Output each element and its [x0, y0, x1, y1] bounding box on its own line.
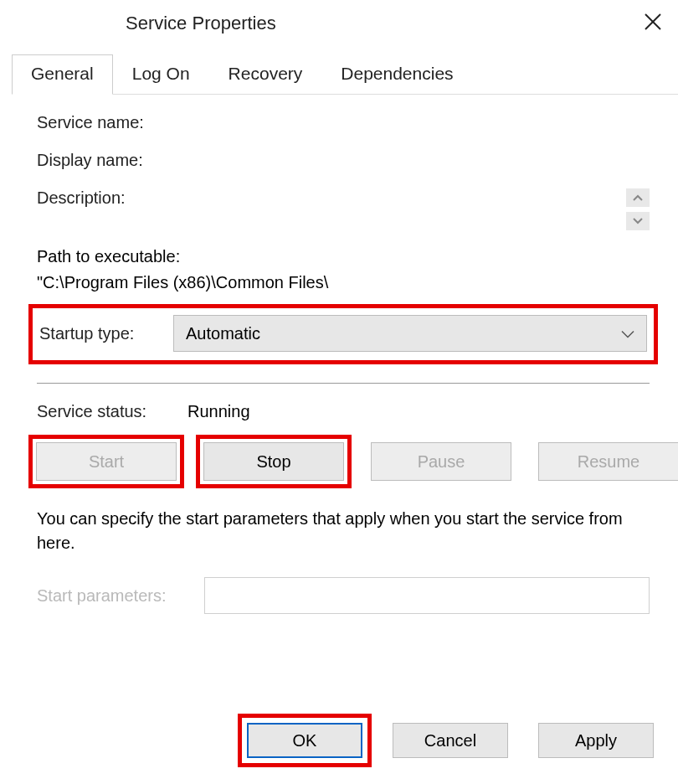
close-button[interactable]	[638, 7, 668, 37]
service-name-label: Service name:	[37, 113, 187, 132]
start-button-highlight: Start	[28, 435, 184, 488]
tab-dependencies[interactable]: Dependencies	[321, 54, 472, 95]
ok-button[interactable]: OK	[247, 723, 362, 758]
apply-button[interactable]: Apply	[538, 723, 654, 758]
pause-button: Pause	[371, 442, 511, 481]
startup-type-select[interactable]: Automatic	[173, 315, 647, 352]
tab-content-general: Service name: Display name: Description:…	[0, 95, 678, 647]
chevron-down-icon	[633, 218, 643, 224]
divider	[37, 383, 650, 384]
window-title: Service Properties	[126, 13, 276, 34]
ok-button-highlight: OK	[238, 714, 372, 767]
start-button: Start	[36, 442, 177, 481]
startup-type-highlight: Startup type: Automatic	[28, 304, 658, 364]
path-value: "C:\Program Files (x86)\Common Files\	[37, 273, 650, 292]
tab-strip: General Log On Recovery Dependencies	[12, 54, 678, 95]
resume-button: Resume	[538, 442, 678, 481]
stop-button-highlight: Stop	[196, 435, 352, 488]
cancel-button[interactable]: Cancel	[393, 723, 508, 758]
service-status-value: Running	[187, 402, 250, 421]
display-name-label: Display name:	[37, 151, 187, 170]
startup-type-value: Automatic	[186, 324, 260, 343]
titlebar: Service Properties	[0, 0, 678, 47]
path-label: Path to executable:	[37, 247, 650, 266]
description-label: Description:	[37, 188, 187, 208]
stop-button[interactable]: Stop	[203, 442, 344, 481]
service-status-label: Service status:	[37, 402, 187, 421]
footer-buttons: OK Cancel Apply	[238, 714, 663, 767]
chevron-up-icon	[633, 194, 643, 201]
scroll-down-button[interactable]	[626, 212, 650, 230]
tab-logon[interactable]: Log On	[113, 54, 209, 95]
close-icon	[644, 13, 662, 31]
description-scrollbar	[626, 188, 651, 230]
scroll-up-button[interactable]	[626, 188, 650, 207]
start-parameters-label: Start parameters:	[37, 586, 204, 606]
chevron-down-icon	[621, 324, 634, 343]
tab-recovery[interactable]: Recovery	[209, 54, 322, 95]
service-control-buttons: Start Stop Pause Resume	[28, 435, 650, 488]
start-parameters-input	[204, 577, 650, 614]
help-text: You can specify the start parameters tha…	[37, 507, 650, 555]
tab-general[interactable]: General	[12, 54, 113, 95]
startup-type-label: Startup type:	[39, 324, 173, 343]
